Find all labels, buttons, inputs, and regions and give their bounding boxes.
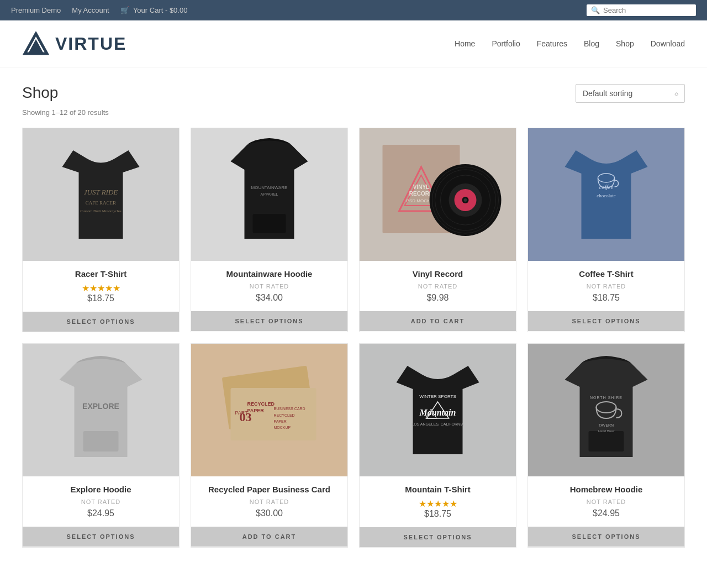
shop-title: Shop [22,84,58,102]
svg-text:CAFE RACER: CAFE RACER [86,200,116,206]
svg-text:JUST RIDE: JUST RIDE [84,188,118,196]
product-rating: NOT RATED [199,283,339,290]
header: VIRTUE Home Portfolio Features Blog Shop… [0,20,707,67]
my-account-link[interactable]: My Account [72,6,109,14]
product-name: Racer T-Shirt [31,269,171,279]
sort-select[interactable]: Default sorting Sort by popularity Sort … [576,84,685,103]
svg-text:VINYL: VINYL [413,184,429,190]
product-name: Mountain T-Shirt [368,485,508,494]
product-price: $9.98 [368,293,508,303]
product-price: $34.00 [199,293,339,303]
top-bar-left: Premium Demo My Account 🛒 Your Cart - $0… [11,6,187,14]
product-rating: NOT RATED [199,498,339,505]
main-nav: Home Portfolio Features Blog Shop Downlo… [455,39,685,48]
product-info-coffee-tshirt: Coffee T-Shirt NOT RATED $18.75 [528,261,684,311]
product-info-racer-tshirt: Racer T-Shirt ★★★★★ $18.75 [23,261,179,312]
svg-text:RECORD: RECORD [409,191,433,197]
nav-download[interactable]: Download [651,39,685,48]
svg-text:MOUNTAINWARE: MOUNTAINWARE [251,185,288,190]
svg-text:NORTH SHIRE: NORTH SHIRE [590,396,622,400]
select-options-button[interactable]: SELECT OPTIONS [191,311,347,331]
select-options-button[interactable]: SELECT OPTIONS [528,311,684,331]
product-price: $18.75 [368,509,508,519]
select-options-button[interactable]: SELECT OPTIONS [23,527,179,547]
cart-icon: 🛒 [120,6,129,14]
product-name: Homebrew Hoodie [536,485,676,494]
svg-rect-30 [83,431,119,452]
product-rating: NOT RATED [536,283,676,290]
product-card-homebrew-hoodie: NORTH SHIRE TAVERN Hand Brew Homebrew Ho… [527,343,685,548]
product-card-coffee-tshirt: coffee chocolate Coffee T-Shirt NOT RATE… [527,128,685,332]
product-price: $18.75 [31,293,171,303]
nav-features[interactable]: Features [537,39,567,48]
nav-shop[interactable]: Shop [616,39,634,48]
product-price: $30.00 [199,508,339,518]
search-bar: 🔍 [587,4,696,16]
product-card-vinyl-record: VINYL RECORD PSD MOCKUP Vinyl Record [359,128,516,332]
product-card-mountain-tshirt: WINTER SPORTS Mountain LOS ANGELES, CALI… [359,343,516,548]
add-to-cart-button[interactable]: ADD TO CART [360,311,516,331]
product-stars: ★★★★★ [368,498,508,509]
top-bar: Premium Demo My Account 🛒 Your Cart - $0… [0,0,707,20]
product-name: Vinyl Record [368,269,508,279]
nav-portfolio[interactable]: Portfolio [492,39,520,48]
svg-rect-50 [589,431,624,452]
cart-link[interactable]: 🛒 Your Cart - $0.00 [120,6,188,14]
svg-text:chocolate: chocolate [597,193,615,198]
product-grid: JUST RIDE CAFE RACER Custom Built Motorc… [22,128,685,548]
add-to-cart-button[interactable]: ADD TO CART [191,527,347,547]
select-options-button[interactable]: SELECT OPTIONS [360,527,516,547]
product-image-mountainware-hoodie[interactable]: MOUNTAINWARE APPAREL [191,128,347,261]
svg-text:PART: PART [235,410,249,416]
product-card-recycled-paper: RECYCLED PAPER BUSINESS CARD RECYCLED PA… [191,343,348,548]
product-name: Coffee T-Shirt [536,269,676,279]
product-image-explore-hoodie[interactable]: EXPLORE [23,344,179,476]
product-image-homebrew-hoodie[interactable]: NORTH SHIRE TAVERN Hand Brew [528,344,684,476]
product-info-recycled-paper: Recycled Paper Business Card NOT RATED $… [191,476,347,527]
product-rating: NOT RATED [536,498,676,505]
product-price: $24.95 [31,508,171,518]
sort-wrapper: Default sorting Sort by popularity Sort … [576,84,685,103]
select-options-button[interactable]: SELECT OPTIONS [528,527,684,547]
premium-demo-link[interactable]: Premium Demo [11,6,61,14]
product-rating: NOT RATED [31,498,171,505]
product-name: Explore Hoodie [31,485,171,494]
logo-icon [22,32,50,56]
logo[interactable]: VIRTUE [22,32,126,56]
svg-text:PAPER: PAPER [274,419,287,423]
main-content: Shop Default sorting Sort by popularity … [0,67,707,564]
product-card-mountainware-hoodie: MOUNTAINWARE APPAREL Mountainware Hoodie… [191,128,348,332]
product-price: $18.75 [536,293,676,303]
logo-text: VIRTUE [55,34,126,54]
nav-blog[interactable]: Blog [584,39,599,48]
svg-rect-7 [253,214,286,233]
product-info-explore-hoodie: Explore Hoodie NOT RATED $24.95 [23,476,179,527]
product-name: Mountainware Hoodie [199,269,339,279]
product-image-vinyl-record[interactable]: VINYL RECORD PSD MOCKUP [360,128,516,261]
search-input[interactable] [603,6,692,14]
svg-text:APPAREL: APPAREL [261,192,278,196]
product-card-explore-hoodie: EXPLORE Explore Hoodie NOT RATED $24.95 … [22,343,180,548]
svg-text:RECYCLED: RECYCLED [274,413,295,417]
product-image-recycled-paper[interactable]: RECYCLED PAPER BUSINESS CARD RECYCLED PA… [191,344,347,476]
product-image-racer-tshirt[interactable]: JUST RIDE CAFE RACER Custom Built Motorc… [23,128,179,261]
select-options-button[interactable]: SELECT OPTIONS [23,312,179,332]
product-info-mountainware-hoodie: Mountainware Hoodie NOT RATED $34.00 [191,261,347,311]
product-image-coffee-tshirt[interactable]: coffee chocolate [528,128,684,261]
svg-text:WINTER SPORTS: WINTER SPORTS [419,394,456,399]
product-info-mountain-tshirt: Mountain T-Shirt ★★★★★ $18.75 [360,476,516,527]
svg-text:Hand Brew: Hand Brew [598,429,615,433]
shop-header: Shop Default sorting Sort by popularity … [22,84,685,103]
svg-text:RECYCLED: RECYCLED [247,401,275,407]
product-info-homebrew-hoodie: Homebrew Hoodie NOT RATED $24.95 [528,476,684,527]
showing-text: Showing 1–12 of 20 results [22,108,685,117]
product-rating: NOT RATED [368,283,508,290]
nav-home[interactable]: Home [455,39,475,48]
product-stars: ★★★★★ [31,283,171,293]
product-image-mountain-tshirt[interactable]: WINTER SPORTS Mountain LOS ANGELES, CALI… [360,344,516,476]
search-icon: 🔍 [591,6,600,14]
product-info-vinyl-record: Vinyl Record NOT RATED $9.98 [360,261,516,311]
svg-text:MOCKUP: MOCKUP [274,426,291,429]
product-card-racer-tshirt: JUST RIDE CAFE RACER Custom Built Motorc… [22,128,180,332]
svg-point-21 [464,198,467,202]
